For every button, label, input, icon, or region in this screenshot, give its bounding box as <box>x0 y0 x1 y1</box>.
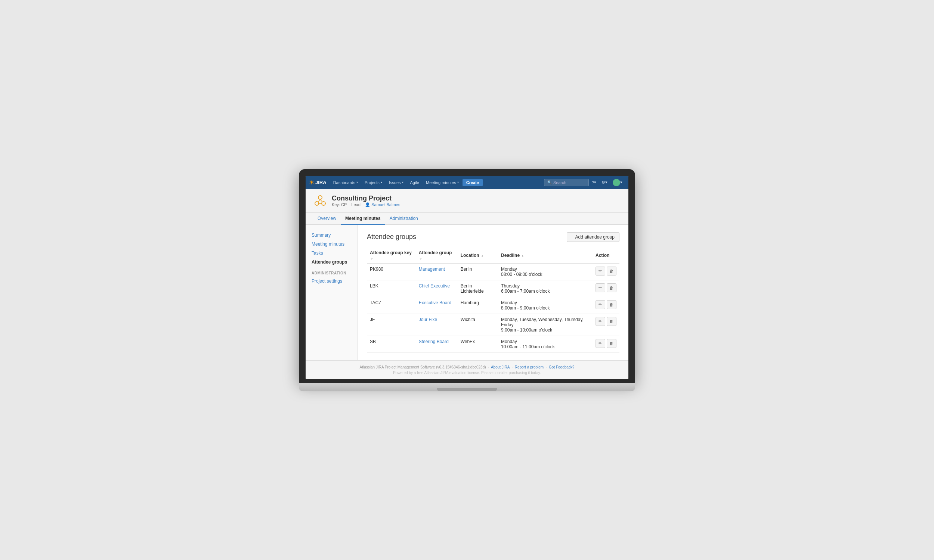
cell-location: Berlin <box>458 263 498 280</box>
table-row: PK980 Management Berlin Monday08:00 - 09… <box>367 263 620 280</box>
edit-button[interactable]: ✏ <box>595 339 605 348</box>
content-area: Attendee groups + Add attendee group Att… <box>358 225 629 360</box>
project-lead-link[interactable]: Samuel Balmes <box>371 202 400 207</box>
group-link[interactable]: Steering Board <box>419 339 449 344</box>
footer-report-link[interactable]: Report a problem <box>515 365 544 369</box>
sidebar-item-project-settings[interactable]: Project settings <box>305 277 358 286</box>
cell-key: SB <box>367 335 416 352</box>
svg-point-2 <box>322 202 325 205</box>
footer-feedback-link[interactable]: Got Feedback? <box>549 365 574 369</box>
sort-icon: ⬦ <box>521 254 523 258</box>
laptop-wrapper: ✶ JIRA Dashboards ▾ Projects ▾ Issues ▾ … <box>299 169 635 391</box>
sidebar-item-meeting-minutes[interactable]: Meeting minutes <box>305 240 358 249</box>
nav-settings-button[interactable]: ⚙ ▾ <box>599 176 610 189</box>
svg-line-3 <box>318 199 320 202</box>
project-info: Consulting Project Key: CP Lead: 👤 Samue… <box>332 194 400 207</box>
page-title: Attendee groups <box>367 233 416 241</box>
col-header-key: Attendee group key ⬦ <box>367 248 416 263</box>
jira-navbar: ✶ JIRA Dashboards ▾ Projects ▾ Issues ▾ … <box>305 176 629 189</box>
nav-issues[interactable]: Issues ▾ <box>386 176 407 189</box>
delete-button[interactable]: 🗑 <box>607 266 617 275</box>
chevron-down-icon: ▾ <box>605 180 607 185</box>
delete-button[interactable]: 🗑 <box>607 339 617 348</box>
sort-icon: ⬦ <box>371 257 373 260</box>
group-link[interactable]: Chief Executive <box>419 283 450 289</box>
cell-deadline: Monday08:00 - 09:00 o'clock <box>498 263 593 280</box>
cell-location: Berlin Lichterfelde <box>458 280 498 297</box>
sidebar-item-summary[interactable]: Summary <box>305 231 358 240</box>
sidebar: Summary Meeting minutes Tasks Attendee g… <box>305 225 358 360</box>
project-title: Consulting Project <box>332 194 400 202</box>
table-row: JF Jour Fixe Wichita Monday, Tuesday, We… <box>367 314 620 335</box>
svg-point-0 <box>318 195 322 199</box>
col-header-deadline: Deadline ⬦ <box>498 248 593 263</box>
tab-administration[interactable]: Administration <box>385 213 422 225</box>
sort-icon: ⬦ <box>481 254 483 258</box>
chevron-down-icon: ▾ <box>356 181 358 184</box>
edit-button[interactable]: ✏ <box>595 283 605 292</box>
cell-group: Management <box>416 263 458 280</box>
search-placeholder: Search <box>553 180 566 185</box>
tab-meeting-minutes[interactable]: Meeting minutes <box>341 213 385 225</box>
cell-actions: ✏ 🗑 <box>593 280 620 297</box>
laptop-bezel: ✶ JIRA Dashboards ▾ Projects ▾ Issues ▾ … <box>299 169 635 383</box>
cell-key: PK980 <box>367 263 416 280</box>
search-icon: 🔍 <box>547 180 552 185</box>
cell-group: Chief Executive <box>416 280 458 297</box>
nav-dashboards[interactable]: Dashboards ▾ <box>330 176 361 189</box>
gear-icon: ⚙ <box>601 180 605 185</box>
col-header-group: Attendee group ⬦ <box>416 248 458 263</box>
add-attendee-group-button[interactable]: + Add attendee group <box>567 232 620 242</box>
jira-logo-icon: ✶ <box>309 180 314 186</box>
cell-group: Jour Fixe <box>416 314 458 335</box>
project-icon <box>313 194 327 208</box>
cell-key: LBK <box>367 280 416 297</box>
project-tabs: Overview Meeting minutes Administration <box>305 213 629 225</box>
nav-help-button[interactable]: ? ▾ <box>590 176 598 189</box>
nav-search-box[interactable]: 🔍 Search <box>544 179 589 186</box>
edit-button[interactable]: ✏ <box>595 317 605 326</box>
sidebar-item-attendee-groups[interactable]: Attendee groups <box>305 258 358 266</box>
nav-projects[interactable]: Projects ▾ <box>362 176 385 189</box>
col-header-action: Action <box>593 248 620 263</box>
delete-button[interactable]: 🗑 <box>607 317 617 326</box>
svg-point-1 <box>315 202 319 205</box>
cell-location: Wichita <box>458 314 498 335</box>
chevron-down-icon: ▾ <box>620 180 623 185</box>
group-link[interactable]: Management <box>419 266 445 272</box>
cell-location: Hamburg <box>458 297 498 314</box>
delete-button[interactable]: 🗑 <box>607 300 617 309</box>
content-header: Attendee groups + Add attendee group <box>367 232 620 242</box>
cell-actions: ✏ 🗑 <box>593 335 620 352</box>
footer-about-link[interactable]: About JIRA <box>491 365 510 369</box>
chevron-down-icon: ▾ <box>594 180 596 185</box>
nav-agile[interactable]: Agile <box>407 176 422 189</box>
cell-location: WebEx <box>458 335 498 352</box>
edit-button[interactable]: ✏ <box>595 300 605 309</box>
tab-overview[interactable]: Overview <box>313 213 341 225</box>
cell-deadline: Monday10:00am - 11:00am o'clock <box>498 335 593 352</box>
cell-deadline: Monday8:00am - 9:00am o'clock <box>498 297 593 314</box>
laptop-base <box>299 383 635 391</box>
group-link[interactable]: Executive Board <box>419 300 451 305</box>
nav-user-button[interactable]: ▾ <box>610 176 625 189</box>
user-avatar <box>613 179 620 186</box>
project-header: Consulting Project Key: CP Lead: 👤 Samue… <box>305 189 629 213</box>
group-link[interactable]: Jour Fixe <box>419 317 437 322</box>
chevron-down-icon: ▾ <box>381 181 382 184</box>
delete-button[interactable]: 🗑 <box>607 283 617 292</box>
svg-line-4 <box>320 199 322 202</box>
nav-meeting-minutes[interactable]: Meeting minutes ▾ <box>423 176 462 189</box>
project-lead-label: Lead: <box>351 202 362 207</box>
jira-logo: ✶ JIRA <box>309 180 327 186</box>
cell-group: Steering Board <box>416 335 458 352</box>
nav-create-button[interactable]: Create <box>462 179 483 186</box>
table-row: SB Steering Board WebEx Monday10:00am - … <box>367 335 620 352</box>
project-meta: Key: CP Lead: 👤 Samuel Balmes <box>332 202 400 207</box>
laptop-screen: ✶ JIRA Dashboards ▾ Projects ▾ Issues ▾ … <box>305 176 629 379</box>
sidebar-item-tasks[interactable]: Tasks <box>305 249 358 258</box>
project-key-label: Key: <box>332 202 341 207</box>
edit-button[interactable]: ✏ <box>595 266 605 275</box>
project-key: CP <box>341 202 347 207</box>
table-row: LBK Chief Executive Berlin Lichterfelde … <box>367 280 620 297</box>
